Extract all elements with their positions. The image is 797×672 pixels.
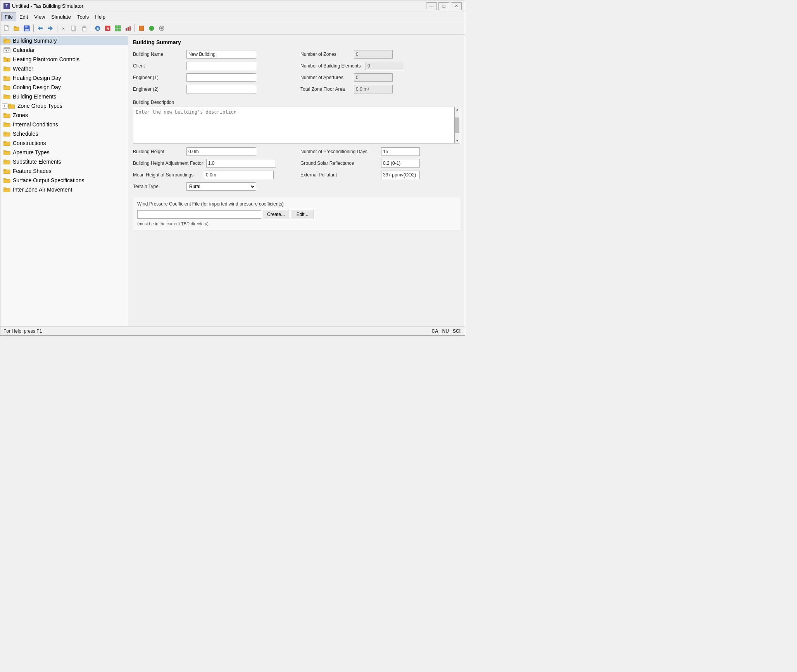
minimize-button[interactable]: — bbox=[426, 2, 437, 10]
folder-icon-surface-output bbox=[3, 177, 10, 184]
sidebar-label-zone-group-types: Zone Group Types bbox=[17, 103, 62, 109]
terrain-type-select[interactable]: Rural Urban City Open Country Sea bbox=[186, 182, 256, 191]
building-height-input[interactable] bbox=[186, 147, 256, 156]
toolbar-btn-chart[interactable] bbox=[123, 24, 133, 33]
toolbar-btn-orange[interactable] bbox=[137, 24, 146, 33]
ground-solar-reflectance-label: Ground Solar Reflectance bbox=[300, 161, 378, 166]
toolbar-btn-circle[interactable] bbox=[157, 24, 166, 33]
toolbar-btn-grid[interactable] bbox=[113, 24, 122, 33]
toolbar-save[interactable] bbox=[22, 24, 31, 33]
sidebar-label-aperture-types: Aperture Types bbox=[13, 149, 50, 155]
mean-height-label: Mean Height of Surroundings bbox=[133, 172, 201, 178]
sidebar-item-feature-shades[interactable]: Feature Shades bbox=[0, 166, 128, 176]
toolbar-open[interactable] bbox=[12, 24, 21, 33]
toolbar-new[interactable] bbox=[2, 24, 11, 33]
create-button[interactable]: Create... bbox=[264, 210, 288, 219]
sidebar-label-schedules: Schedules bbox=[13, 131, 38, 137]
restore-button[interactable]: □ bbox=[438, 2, 449, 10]
terrain-type-label: Terrain Type bbox=[133, 184, 183, 189]
ground-solar-reflectance-input[interactable] bbox=[381, 159, 420, 168]
menu-edit[interactable]: Edit bbox=[16, 13, 31, 21]
close-button[interactable]: ✕ bbox=[451, 2, 462, 10]
building-height-row: Building Height bbox=[133, 147, 293, 156]
building-name-input[interactable] bbox=[186, 50, 256, 59]
menu-tools[interactable]: Tools bbox=[74, 13, 92, 21]
sidebar-item-inter-zone[interactable]: Inter Zone Air Movement bbox=[0, 185, 128, 194]
height-adj-factor-input[interactable] bbox=[206, 159, 276, 168]
svg-text:R: R bbox=[107, 27, 109, 31]
toolbar-btn-red[interactable]: R bbox=[103, 24, 112, 33]
menu-file[interactable]: File bbox=[1, 12, 16, 21]
sidebar-item-cooling-design-day[interactable]: Cooling Design Day bbox=[0, 83, 128, 92]
wind-pressure-input[interactable] bbox=[137, 210, 261, 219]
sidebar-label-constructions: Constructions bbox=[13, 140, 46, 146]
svg-rect-60 bbox=[3, 150, 6, 152]
app-icon: T bbox=[3, 3, 10, 9]
svg-rect-19 bbox=[118, 26, 121, 28]
svg-rect-48 bbox=[3, 95, 6, 96]
sidebar-item-internal-conditions[interactable]: Internal Conditions bbox=[0, 120, 128, 129]
num-apertures-label: Number of Apertures bbox=[300, 75, 351, 80]
description-scrollbar[interactable]: ▲ ▼ bbox=[454, 107, 460, 143]
sidebar: Building Summary Calendar + Heating Plan… bbox=[0, 35, 128, 326]
total-floor-area-input bbox=[354, 85, 393, 93]
external-pollutant-row: External Pollutant bbox=[300, 171, 460, 179]
expand-zone-group-types[interactable]: + bbox=[2, 103, 7, 109]
menu-simulate[interactable]: Simulate bbox=[48, 13, 74, 21]
status-right: CA NU SCI bbox=[430, 328, 462, 334]
edit-button[interactable]: Edit... bbox=[291, 210, 314, 219]
sidebar-item-heating-plantroom[interactable]: + Heating Plantroom Controls bbox=[0, 55, 128, 64]
num-building-elements-row: Number of Building Elements bbox=[300, 62, 460, 70]
menu-help[interactable]: Help bbox=[92, 13, 109, 21]
external-pollutant-input[interactable] bbox=[381, 171, 420, 179]
toolbar-forward[interactable] bbox=[46, 24, 55, 33]
status-badge-nu: NU bbox=[441, 328, 450, 334]
sidebar-item-aperture-types[interactable]: Aperture Types bbox=[0, 148, 128, 157]
folder-icon-zones bbox=[3, 112, 10, 119]
total-floor-area-label: Total Zone Floor Area bbox=[300, 86, 351, 92]
sidebar-item-substitute-elements[interactable]: Substitute Elements bbox=[0, 157, 128, 166]
sidebar-item-schedules[interactable]: Schedules bbox=[0, 129, 128, 138]
height-adj-factor-label: Building Height Adjustment Factor bbox=[133, 161, 203, 166]
engineer2-input[interactable] bbox=[186, 85, 256, 93]
sidebar-label-building-elements: Building Elements bbox=[13, 93, 56, 100]
num-apertures-row: Number of Apertures bbox=[300, 73, 460, 82]
svg-rect-64 bbox=[3, 169, 6, 171]
sidebar-item-zone-group-types[interactable]: + Zone Group Types bbox=[0, 101, 128, 111]
folder-icon-schedules bbox=[3, 130, 10, 137]
sidebar-label-zones: Zones bbox=[13, 112, 28, 118]
svg-rect-37 bbox=[6, 52, 7, 52]
toolbar-cut[interactable]: ✂ bbox=[59, 24, 69, 33]
svg-rect-66 bbox=[3, 178, 6, 180]
engineer1-input[interactable] bbox=[186, 73, 256, 82]
svg-rect-34 bbox=[6, 50, 7, 51]
preconditioning-days-input[interactable] bbox=[381, 147, 420, 156]
num-building-elements-label: Number of Building Elements bbox=[300, 63, 362, 69]
svg-rect-39 bbox=[3, 57, 6, 59]
toolbar-btn-blue[interactable]: B bbox=[93, 24, 102, 33]
toolbar-btn-green[interactable] bbox=[147, 24, 156, 33]
sidebar-item-surface-output[interactable]: Surface Output Specifications bbox=[0, 176, 128, 185]
svg-rect-46 bbox=[3, 85, 6, 87]
sidebar-item-constructions[interactable]: Constructions bbox=[0, 138, 128, 148]
sidebar-item-building-summary[interactable]: Building Summary bbox=[0, 36, 128, 45]
mean-height-input[interactable] bbox=[204, 171, 274, 179]
folder-icon-aperture-types bbox=[3, 149, 10, 156]
toolbar-back[interactable] bbox=[36, 24, 45, 33]
folder-icon-zone-group-types bbox=[8, 102, 15, 109]
sidebar-label-feature-shades: Feature Shades bbox=[13, 168, 52, 174]
description-textarea[interactable] bbox=[133, 107, 460, 142]
num-apertures-input bbox=[354, 73, 393, 82]
sidebar-item-calendar[interactable]: Calendar bbox=[0, 45, 128, 55]
menu-view[interactable]: View bbox=[31, 13, 48, 21]
sidebar-item-building-elements[interactable]: Building Elements bbox=[0, 92, 128, 101]
toolbar-paste[interactable] bbox=[79, 24, 89, 33]
sidebar-label-cooling-design-day: Cooling Design Day bbox=[13, 84, 61, 90]
sidebar-item-heating-design-day[interactable]: Heating Design Day bbox=[0, 73, 128, 83]
toolbar-copy[interactable] bbox=[69, 24, 79, 33]
client-input[interactable] bbox=[186, 62, 256, 70]
sidebar-item-zones[interactable]: Zones bbox=[0, 111, 128, 120]
svg-rect-33 bbox=[5, 50, 5, 51]
sidebar-item-weather[interactable]: Weather bbox=[0, 64, 128, 73]
svg-rect-18 bbox=[115, 26, 117, 28]
